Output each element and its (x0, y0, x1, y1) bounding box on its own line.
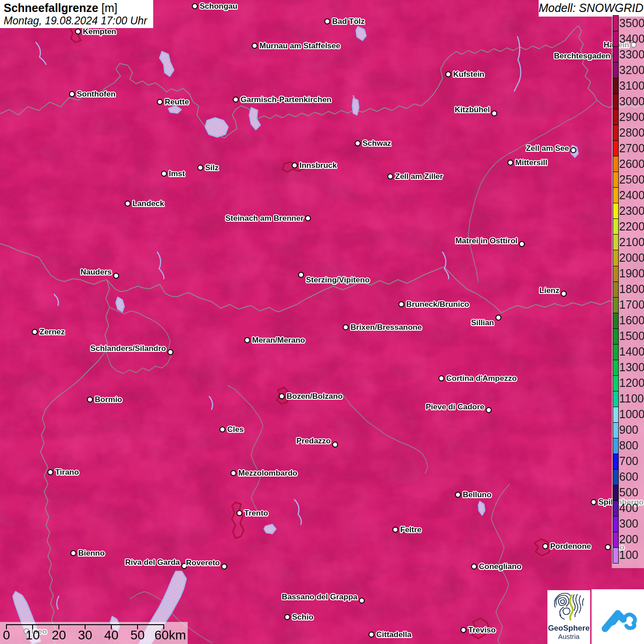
colorbar-tick-label: 2600 (619, 156, 644, 172)
city-label: Kitzbühel (455, 105, 490, 115)
scalebar: 0102030405060km (0, 622, 188, 644)
city-label: Sonthofen (77, 89, 115, 99)
colorbar-segment (613, 407, 618, 423)
city-dot (113, 273, 119, 279)
city-label: Sterzing/Vipiteno (306, 275, 370, 285)
colorbar-segment (613, 250, 618, 266)
city-dot (359, 598, 365, 604)
city-label: Meran/Merano (252, 335, 305, 345)
scalebar-number: 0 (3, 628, 10, 643)
city-label: Tirano (55, 467, 79, 477)
scalebar-number: 10 (25, 628, 40, 643)
colorbar-tick-label: 1500 (619, 328, 644, 344)
colorbar-segment (613, 94, 618, 109)
city-dot (292, 162, 298, 168)
city-dot (355, 140, 361, 146)
colorbar-tick-label: 1700 (619, 297, 644, 312)
colorbar-segment (613, 532, 618, 548)
city-label: Lienz (540, 286, 559, 296)
city-label: Zell am See (526, 144, 569, 154)
city-dot (387, 173, 393, 179)
city-label: Innsbruck (299, 161, 337, 171)
city-label: Rovereto (186, 558, 220, 568)
city-label: Bruneck/Brunico (406, 299, 469, 310)
city-dot (125, 201, 131, 207)
colorbar-tick-label: 600 (619, 469, 644, 484)
city-label: Belluno (463, 490, 491, 500)
city-dot (591, 499, 597, 505)
city-dot (605, 544, 611, 550)
colorbar-tick-label: 100 (619, 547, 644, 563)
colorbar-tick-label: 2800 (619, 125, 644, 140)
city-label: Matrei in Osttirol (455, 236, 518, 246)
city-dot (197, 165, 203, 171)
city-label: Schlanders/Silandro (91, 344, 166, 354)
colorbar-segment (613, 517, 618, 532)
colorbar-segment (613, 438, 618, 454)
colorbar-segment (613, 31, 618, 47)
city-label: Bassano del Grappa (282, 592, 357, 602)
city-label: Pordenone (550, 541, 591, 552)
city-label: Cittadella (376, 630, 412, 640)
scalebar-number: 50 (130, 628, 144, 643)
colorbar-tick-label: 1400 (619, 344, 644, 359)
city-dot (75, 29, 81, 34)
city-label: Garmisch-Partenkirchen (241, 95, 331, 105)
colorbar-tick-label: 1000 (619, 406, 644, 422)
colorbar-segment (613, 141, 618, 156)
city-label: Schongau (200, 1, 237, 12)
pictogram-box (592, 589, 644, 644)
city-label: Cles (227, 425, 244, 435)
colorbar-tick-label: 1300 (619, 359, 644, 375)
city-label: Bozen/Bolzano (287, 391, 343, 402)
city-dot (305, 215, 311, 221)
colorbar-tick-label: 500 (619, 484, 644, 500)
colorbar-segment (613, 219, 618, 235)
city-dot (438, 375, 444, 381)
city-dot (368, 632, 374, 638)
colorbar-segment (613, 313, 618, 329)
city-dot (392, 527, 398, 533)
city-dot (70, 550, 76, 556)
city-dot (570, 147, 576, 153)
colorbar-strip (613, 15, 619, 564)
colorbar-segment (613, 125, 618, 141)
variable-name: Schneefallgrenze (4, 1, 98, 14)
city-label: Mittersill (515, 158, 547, 168)
variable-unit: [m] (102, 1, 118, 14)
colorbar-labels: 3500340033003200310030002900280027002600… (619, 15, 644, 563)
city-label: Berchtesgaden (554, 51, 610, 61)
colorbar-tick-label: 3300 (619, 46, 644, 62)
city-label: Nauders (80, 267, 112, 277)
city-dot (332, 442, 338, 448)
city-dot (192, 3, 198, 9)
colorbar-segment (613, 16, 618, 31)
colorbar-segment (613, 329, 618, 345)
city-label: Sillian (471, 318, 494, 328)
city-dot (486, 407, 492, 413)
colorbar-tick-label: 2200 (619, 218, 644, 234)
colorbar-tick-label: 800 (619, 437, 644, 453)
city-label: Schio (292, 612, 313, 622)
city-dot (230, 470, 236, 476)
city-dot (542, 543, 548, 549)
colorbar-segment (613, 282, 618, 298)
colorbar-tick-label: 200 (619, 531, 644, 547)
colorbar-tick-label: 3500 (619, 15, 644, 31)
colorbar-segment (613, 172, 618, 188)
city-dot (279, 393, 285, 399)
colorbar-segment (613, 345, 618, 360)
city-label: Brixen/Bressanone (351, 322, 422, 333)
colorbar-legend: 3500340033003200310030002900280027002600… (612, 15, 644, 568)
city-label: Landeck (132, 199, 164, 209)
city-dot (221, 564, 227, 569)
colorbar-segment (613, 235, 618, 250)
colorbar-tick-label: 1600 (619, 312, 644, 328)
city-dot (161, 171, 167, 177)
city-label: Zell am Ziller (395, 172, 443, 182)
city-label: Silz (205, 163, 218, 173)
city-label: Bienno (78, 548, 105, 558)
colorbar-tick-label: 2000 (619, 250, 644, 265)
colorbar-tick-label: 3000 (619, 93, 644, 109)
city-label: Pieve di Cadore (426, 402, 484, 412)
